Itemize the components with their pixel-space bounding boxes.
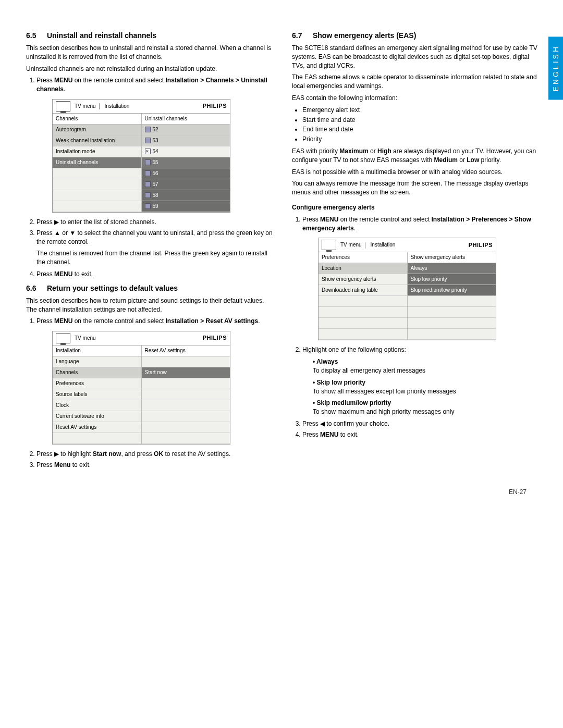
section-6-6-heading: 6.6 Return your settings to default valu… (26, 284, 276, 292)
tvmenu-header: TV menuInstallation PHILIPS (53, 100, 230, 114)
menu-item: Location (319, 263, 407, 274)
tv-icon (322, 240, 336, 250)
page-number: EN-27 (26, 488, 542, 496)
s67-step-2: Highlight one of the following options: … (302, 346, 542, 416)
menu-item: Clock (53, 400, 141, 411)
option-always: Always To display all emergency alert me… (313, 357, 542, 375)
column-headers: Channels Uninstall channels (53, 114, 230, 125)
tvmenu-header: TV menuInstallation PHILIPS (319, 238, 496, 252)
options-list: Always To display all emergency alert me… (302, 357, 542, 416)
section-num: 6.6 (26, 284, 45, 292)
s66-step-2: Press ▶ to highlight Start now, and pres… (36, 450, 276, 459)
breadcrumb: TV menuInstallation (74, 103, 203, 110)
list-item: End time and date (302, 125, 542, 134)
menu-item: Skip medium/low priority (408, 285, 496, 296)
section-title: Show emergency alerts (EAS) (313, 31, 416, 40)
s65-steps: Press MENU on the remote control and sel… (26, 76, 276, 278)
option-skip-med-low: Skip medium/low priority To show maximum… (313, 399, 542, 416)
menu-item: Channels (53, 367, 141, 378)
s67-steps: Press MENU on the remote control and sel… (292, 215, 542, 439)
page-columns: 6.5 Uninstall and reinstall channels Thi… (26, 26, 542, 473)
list-item: Emergency alert text (302, 106, 542, 115)
column-headers: Preferences Show emergency alerts (319, 252, 496, 263)
s67-p4: EAS with priority Maximum or High are al… (292, 147, 542, 165)
s67-step-4: Press MENU to exit. (302, 430, 542, 439)
right-column: 6.7 Show emergency alerts (EAS) The SCTE… (292, 26, 542, 473)
section-num: 6.5 (26, 31, 45, 40)
s67-p3: EAS contain the following information: (292, 94, 542, 103)
menu-item: Installation mode (53, 146, 141, 157)
brand-logo: PHILIPS (469, 241, 496, 249)
breadcrumb: TV menu (74, 335, 203, 342)
s67-p2: The EAS scheme allows a cable operator t… (292, 73, 542, 91)
menu-item: Reset AV settings (53, 422, 141, 433)
list-item: Priority (302, 135, 542, 144)
menu-item: Preferences (53, 378, 141, 389)
eas-info-list: Emergency alert text Start time and date… (292, 106, 542, 144)
s65-step-3: Press ▲ or ▼ to select the channel you w… (36, 229, 276, 267)
menu-item: Show emergency alerts (319, 274, 407, 285)
s67-p6: You can always remove the message from t… (292, 179, 542, 197)
tv-icon (56, 101, 70, 112)
section-6-7-heading: 6.7 Show emergency alerts (EAS) (292, 31, 542, 40)
left-column: 6.5 Uninstall and reinstall channels Thi… (26, 26, 276, 473)
channel-row: 54 (142, 146, 230, 157)
s66-steps: Press MENU on the remote control and sel… (26, 317, 276, 469)
menu-item: Downloaded rating table (319, 285, 407, 296)
s65-step-4: Press MENU to exit. (36, 270, 276, 279)
channel-row: 58 (142, 190, 230, 201)
menu-item-selected: Always (408, 263, 496, 274)
brand-logo: PHILIPS (203, 102, 230, 110)
s66-step-1: Press MENU on the remote control and sel… (36, 317, 276, 445)
menu-item: Source labels (53, 389, 141, 400)
configure-alerts-heading: Configure emergency alerts (292, 203, 542, 212)
tvmenu-emergency-alerts: TV menuInstallation PHILIPS Preferences … (318, 238, 496, 340)
tv-icon (56, 333, 70, 343)
s66-step-3: Press Menu to exit. (36, 461, 276, 470)
menu-item: Current software info (53, 411, 141, 422)
channel-row: 57 (142, 179, 230, 190)
menu-item-selected: Start now (142, 367, 230, 378)
s67-p5: EAS is not possible with a multimedia br… (292, 168, 542, 177)
channel-row: 53 (142, 135, 230, 146)
list-item: Start time and date (302, 116, 542, 125)
section-6-5-heading: 6.5 Uninstall and reinstall channels (26, 31, 276, 40)
channel-row: 59 (142, 201, 230, 212)
section-num: 6.7 (292, 31, 311, 40)
menu-item: Skip low priority (408, 274, 496, 285)
s67-p1: The SCTE18 standard defines an emergency… (292, 44, 542, 70)
s66-intro: This section describes how to return pic… (26, 297, 276, 314)
s65-step-2: Press ▶ to enter the list of stored chan… (36, 218, 276, 227)
option-skip-low: Skip low priority To show all messages e… (313, 378, 542, 396)
section-title: Return your settings to default values (47, 284, 178, 292)
channel-row: 56 (142, 168, 230, 179)
menu-item: Language (53, 356, 141, 367)
s65-step-1: Press MENU on the remote control and sel… (36, 76, 276, 213)
language-tab: ENGLISH (548, 36, 563, 100)
s65-intro-1: This section describes how to uninstall … (26, 44, 276, 61)
tvmenu-uninstall-channels: TV menuInstallation PHILIPS Channels Uni… (52, 99, 230, 213)
menu-item-selected: Uninstall channels (53, 157, 141, 168)
breadcrumb: TV menuInstallation (339, 241, 469, 249)
s67-step-1: Press MENU on the remote control and sel… (302, 215, 542, 341)
menu-item: Weak channel installation (53, 135, 141, 146)
tvmenu-reset-av: TV menu PHILIPS Installation Reset AV se… (52, 331, 230, 445)
column-headers: Installation Reset AV settings (53, 346, 230, 356)
channel-row: 52 (142, 125, 230, 135)
section-title: Uninstall and reinstall channels (47, 31, 156, 40)
menu-item: Autoprogram (53, 125, 141, 135)
brand-logo: PHILIPS (203, 334, 230, 342)
tvmenu-header: TV menu PHILIPS (53, 331, 230, 346)
s65-intro-2: Uninstalled channels are not reinstalled… (26, 65, 276, 73)
channel-row-selected: 55 (142, 157, 230, 168)
s67-step-3: Press ◀ to confirm your choice. (302, 419, 542, 428)
